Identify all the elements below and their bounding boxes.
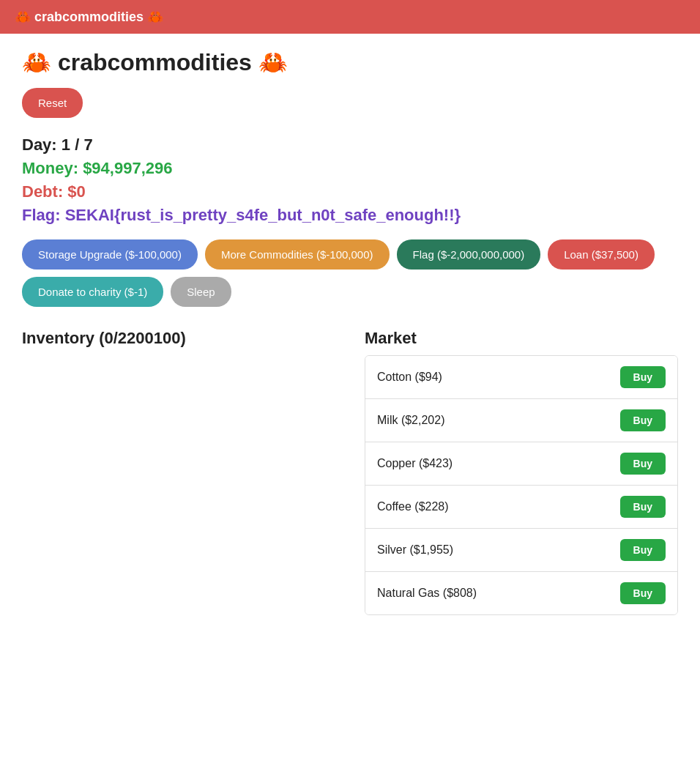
inventory-title: Inventory (0/2200100): [22, 329, 335, 348]
day-label: Day:: [22, 135, 57, 154]
commodity-name-0: Cotton ($94): [377, 371, 442, 384]
market-row-5: Natural Gas ($808)Buy: [365, 572, 677, 614]
action-button-4[interactable]: Donate to charity ($-1): [22, 277, 163, 307]
money-label: Money:: [22, 159, 78, 177]
page-title: 🦀 crabcommodities 🦀: [22, 48, 678, 76]
market-row-4: Silver ($1,955)Buy: [365, 529, 677, 572]
actions-section: Storage Upgrade ($-100,000)More Commodit…: [22, 239, 678, 307]
market-section: Market Cotton ($94)BuyMilk ($2,202)BuyCo…: [365, 329, 678, 615]
bottom-section: Inventory (0/2200100) Market Cotton ($94…: [22, 329, 678, 615]
buy-button-0[interactable]: Buy: [620, 366, 666, 388]
commodity-name-4: Silver ($1,955): [377, 543, 453, 557]
debt-value: $0: [67, 182, 85, 201]
market-row-1: Milk ($2,202)Buy: [365, 399, 677, 442]
commodity-name-3: Coffee ($228): [377, 500, 449, 513]
debt-stat: Debt: $0: [22, 182, 678, 201]
action-button-2[interactable]: Flag ($-2,000,000,000): [397, 239, 541, 270]
buy-button-4[interactable]: Buy: [620, 539, 666, 561]
action-button-1[interactable]: More Commodities ($-100,000): [205, 239, 390, 270]
market-row-0: Cotton ($94)Buy: [365, 356, 677, 399]
flag-label: Flag:: [22, 206, 61, 224]
buy-button-3[interactable]: Buy: [620, 496, 666, 518]
inventory-section: Inventory (0/2200100): [22, 329, 335, 348]
market-title: Market: [365, 329, 678, 348]
commodity-name-5: Natural Gas ($808): [377, 587, 477, 600]
reset-button[interactable]: Reset: [22, 88, 83, 118]
market-row-2: Copper ($423)Buy: [365, 442, 677, 486]
day-value: 1 / 7: [62, 135, 93, 154]
money-stat: Money: $94,997,296: [22, 159, 678, 178]
debt-label: Debt:: [22, 182, 63, 201]
buy-button-5[interactable]: Buy: [620, 582, 666, 604]
navbar-title: 🦀 crabcommodities 🦀: [15, 9, 163, 25]
action-button-0[interactable]: Storage Upgrade ($-100,000): [22, 239, 198, 270]
buy-button-2[interactable]: Buy: [620, 453, 666, 475]
action-button-3[interactable]: Loan ($37,500): [548, 239, 655, 270]
buy-button-1[interactable]: Buy: [620, 409, 666, 431]
stats-section: Day: 1 / 7 Money: $94,997,296 Debt: $0 F…: [22, 135, 678, 225]
main-content: 🦀 crabcommodities 🦀 Reset Day: 1 / 7 Mon…: [0, 34, 700, 630]
commodity-name-2: Copper ($423): [377, 457, 453, 470]
market-table: Cotton ($94)BuyMilk ($2,202)BuyCopper ($…: [365, 355, 678, 615]
money-value: $94,997,296: [83, 159, 172, 177]
flag-stat: Flag: SEKAI{rust_is_pretty_s4fe_but_n0t_…: [22, 206, 678, 225]
commodity-name-1: Milk ($2,202): [377, 414, 444, 427]
day-stat: Day: 1 / 7: [22, 135, 678, 155]
market-row-3: Coffee ($228)Buy: [365, 486, 677, 529]
flag-value: SEKAI{rust_is_pretty_s4fe_but_n0t_safe_e…: [65, 206, 461, 224]
navbar: 🦀 crabcommodities 🦀: [0, 0, 700, 34]
action-button-5[interactable]: Sleep: [171, 277, 231, 307]
